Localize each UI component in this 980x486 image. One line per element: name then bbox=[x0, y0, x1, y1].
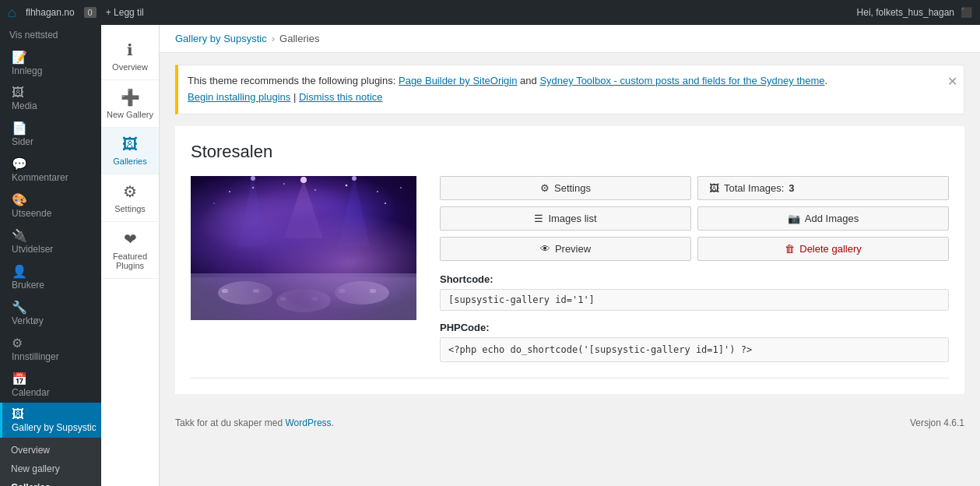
svg-point-11 bbox=[213, 202, 215, 204]
sidebar-item-innstillinger[interactable]: ⚙ Innstillinger bbox=[0, 331, 101, 367]
sidebar-item-gallery[interactable]: 🖼 Gallery by Supsystic bbox=[0, 403, 101, 438]
vis-nettsted-link[interactable]: Vis nettsted bbox=[0, 25, 101, 45]
sidebar-label-utseende: Utseende bbox=[12, 208, 51, 219]
images-list-button[interactable]: ☰ Images list bbox=[440, 206, 691, 231]
footer-wp-link[interactable]: WordPress. bbox=[285, 417, 333, 428]
admin-bar-right: Hei, folkets_hus_hagan ⬛ bbox=[857, 7, 972, 18]
footer-version: Versjon 4.6.1 bbox=[910, 417, 964, 428]
plugin-sidebar-featured[interactable]: ❤ Featured Plugins bbox=[101, 222, 159, 279]
user-greeting: Hei, folkets_hus_hagan bbox=[857, 7, 954, 18]
sidebar-label-brukere: Brukere bbox=[12, 280, 44, 291]
shortcode-value[interactable]: [supsystic-gallery id='1'] bbox=[440, 289, 949, 311]
plugin-sidebar-new-gallery[interactable]: ➕ New Gallery bbox=[101, 80, 159, 128]
plugin-sidebar-galleries-label: Galleries bbox=[113, 157, 146, 166]
eye-icon: 👁 bbox=[540, 243, 550, 255]
screen-icon: ⬛ bbox=[961, 7, 972, 18]
wp-logo-icon: ⌂ bbox=[8, 5, 16, 21]
svg-point-16 bbox=[218, 281, 272, 305]
total-images-display: 🖼 Total Images: 3 bbox=[697, 176, 949, 200]
overview-icon: ℹ bbox=[127, 40, 133, 59]
admin-menu: Vis nettsted 📝 Innlegg 🖼 Media 📄 Sider 💬… bbox=[0, 25, 101, 486]
svg-point-9 bbox=[377, 191, 378, 192]
breadcrumb-parent[interactable]: Gallery by Supsystic bbox=[175, 33, 267, 44]
gallery-submenu: Overview New gallery Galleries Settings … bbox=[0, 438, 101, 486]
notice-install-link[interactable]: Begin installing plugins bbox=[188, 91, 290, 103]
sidebar-label-calendar: Calendar bbox=[12, 387, 50, 398]
utseende-icon: 🎨 bbox=[12, 192, 27, 207]
admin-bar-left: ⌂ flhhagan.no 0 + Legg til bbox=[8, 5, 144, 21]
sider-icon: 📄 bbox=[12, 121, 27, 136]
trash-icon: 🗑 bbox=[785, 243, 795, 255]
sidebar-label-verktoy: Verktøy bbox=[12, 315, 44, 326]
svg-point-28 bbox=[352, 176, 357, 181]
gallery-preview-svg bbox=[191, 176, 416, 320]
phpcode-label: PHPCode: bbox=[440, 322, 949, 333]
sidebar-item-sider[interactable]: 📄 Sider bbox=[0, 116, 101, 152]
svg-point-10 bbox=[400, 187, 402, 188]
preview-button[interactable]: 👁 Preview bbox=[440, 237, 691, 261]
submenu-new-gallery[interactable]: New gallery bbox=[0, 460, 101, 478]
sidebar-item-innlegg[interactable]: 📝 Innlegg bbox=[0, 45, 101, 81]
site-name-link[interactable]: flhhagan.no bbox=[26, 7, 75, 18]
svg-point-27 bbox=[251, 176, 255, 181]
notice-link2[interactable]: Sydney Toolbox - custom posts and fields… bbox=[539, 75, 824, 86]
breadcrumb-current: Galleries bbox=[279, 33, 319, 44]
notice-dismiss-link[interactable]: Dismiss this notice bbox=[299, 91, 383, 103]
shortcode-section: Shortcode: [supsystic-gallery id='1'] bbox=[440, 273, 949, 311]
kommentarer-icon: 💬 bbox=[12, 157, 27, 171]
plugin-sidebar: ℹ Overview ➕ New Gallery 🖼 Galleries ⚙ S… bbox=[101, 25, 160, 486]
sidebar-item-verktoy[interactable]: 🔧 Verktøy bbox=[0, 295, 101, 331]
breadcrumb-separator: › bbox=[272, 33, 275, 44]
svg-point-26 bbox=[300, 177, 307, 183]
plugin-sidebar-settings-label: Settings bbox=[114, 204, 146, 213]
add-images-button[interactable]: 📷 Add Images bbox=[697, 206, 949, 231]
footer-thanks: Takk for at du skaper med WordPress. bbox=[175, 417, 334, 428]
main-content: Gallery by Supsystic › Galleries This th… bbox=[160, 25, 980, 486]
phpcode-section: PHPCode: <?php echo do_shortcode('[supsy… bbox=[440, 322, 949, 362]
add-new-link[interactable]: + Legg til bbox=[106, 7, 144, 18]
submenu-galleries[interactable]: Galleries bbox=[0, 478, 101, 486]
delete-gallery-label: Delete gallery bbox=[799, 243, 862, 255]
sidebar-item-media[interactable]: 🖼 Media bbox=[0, 81, 101, 116]
innstillinger-icon: ⚙ bbox=[12, 336, 23, 350]
sidebar-label-sider: Sider bbox=[12, 136, 33, 147]
sidebar-label-kommentarer: Kommentarer bbox=[12, 172, 68, 183]
settings-button[interactable]: ⚙ Settings bbox=[440, 176, 691, 200]
camera-icon: 📷 bbox=[788, 213, 800, 224]
delete-gallery-button[interactable]: 🗑 Delete gallery bbox=[697, 237, 949, 261]
notice-close-button[interactable]: ✕ bbox=[947, 72, 957, 92]
add-images-label: Add Images bbox=[805, 213, 859, 224]
plugin-sidebar-overview[interactable]: ℹ Overview bbox=[101, 33, 159, 80]
gallery-divider bbox=[191, 378, 949, 379]
comments-count[interactable]: 0 bbox=[84, 7, 97, 18]
sidebar-item-utvidelser[interactable]: 🔌 Utvidelser bbox=[0, 224, 101, 259]
sidebar-item-brukere[interactable]: 👤 Brukere bbox=[0, 259, 101, 295]
sidebar-item-utseende[interactable]: 🎨 Utseende bbox=[0, 188, 101, 224]
notice-link1[interactable]: Page Builder by SiteOrigin bbox=[399, 75, 517, 86]
gallery-preview-image bbox=[191, 176, 416, 320]
submenu-overview[interactable]: Overview bbox=[0, 441, 101, 460]
plugin-sidebar-settings[interactable]: ⚙ Settings bbox=[101, 174, 159, 222]
sidebar-item-kommentarer[interactable]: 💬 Kommentarer bbox=[0, 152, 101, 188]
verktoy-icon: 🔧 bbox=[12, 300, 27, 315]
plugin-sidebar-galleries[interactable]: 🖼 Galleries bbox=[101, 128, 159, 174]
gallery-main-area: ⚙ Settings 🖼 Total Images: 3 ☰ Images li… bbox=[191, 176, 949, 362]
wp-footer: Takk for at du skaper med WordPress. Ver… bbox=[160, 410, 980, 436]
sidebar-item-calendar[interactable]: 📅 Calendar bbox=[0, 367, 101, 403]
gallery-actions-grid: ⚙ Settings 🖼 Total Images: 3 ☰ Images li… bbox=[440, 176, 949, 261]
phpcode-value[interactable]: <?php echo do_shortcode('[supsystic-gall… bbox=[440, 337, 949, 362]
gallery-actions: ⚙ Settings 🖼 Total Images: 3 ☰ Images li… bbox=[440, 176, 949, 362]
svg-rect-19 bbox=[191, 277, 416, 320]
svg-point-12 bbox=[385, 202, 386, 203]
settings-icon: ⚙ bbox=[123, 182, 137, 201]
new-gallery-icon: ➕ bbox=[121, 88, 140, 107]
images-list-label: Images list bbox=[548, 213, 596, 224]
total-images-label: Total Images: bbox=[724, 182, 784, 194]
svg-point-17 bbox=[276, 289, 331, 312]
svg-point-4 bbox=[229, 191, 230, 192]
list-icon: ☰ bbox=[534, 213, 543, 224]
notice-sep: | bbox=[293, 91, 299, 103]
featured-icon: ❤ bbox=[124, 230, 137, 248]
svg-point-6 bbox=[283, 183, 285, 185]
svg-rect-20 bbox=[222, 289, 228, 293]
